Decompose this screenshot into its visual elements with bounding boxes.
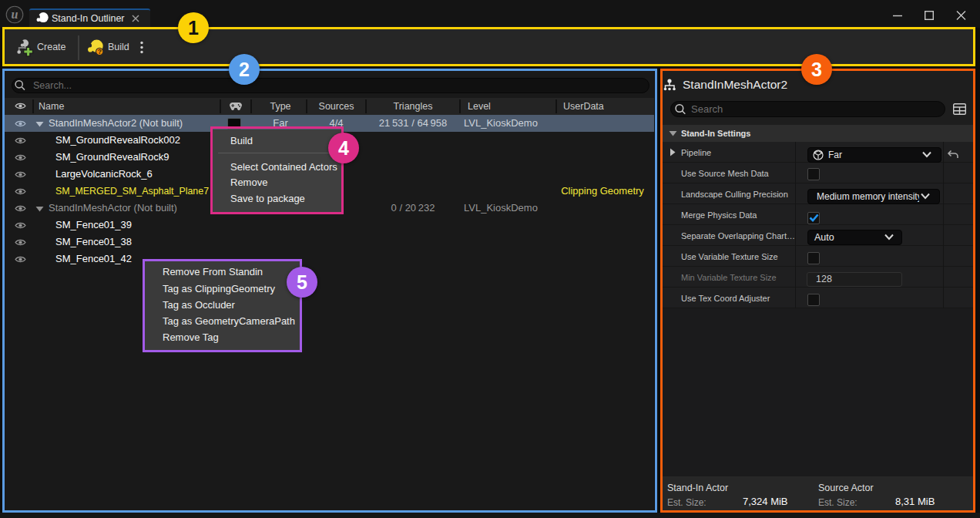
svg-text:u: u — [12, 8, 18, 21]
